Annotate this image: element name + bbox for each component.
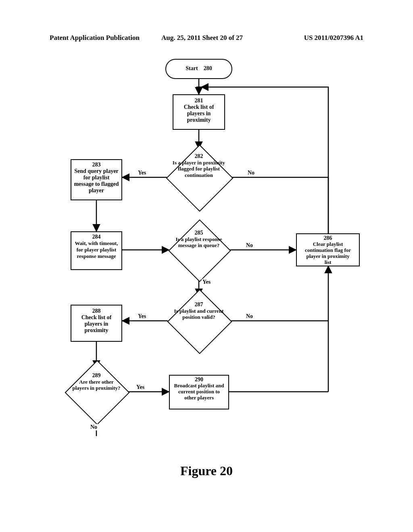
node-287-num: 287 xyxy=(195,301,203,308)
node-286-num: 286 xyxy=(304,235,352,241)
node-284-text: Wait, with timeout, for player playlist … xyxy=(75,240,118,259)
node-281: 281 Check list of players in proximity xyxy=(173,94,225,130)
label-289-no: No xyxy=(90,424,98,430)
node-288-text: Check list of players in proximity xyxy=(81,314,112,333)
node-283-num: 283 xyxy=(73,162,120,168)
header-left: Patent Application Publication xyxy=(50,34,140,42)
node-286-text: Clear playlist continuation flag for pla… xyxy=(305,241,351,265)
label-287-no: No xyxy=(245,313,254,320)
page: Patent Application Publication Aug. 25, … xyxy=(0,0,413,532)
node-288: 288 Check list of players in proximity xyxy=(71,305,122,342)
node-280-text: Start xyxy=(186,65,198,71)
node-281-text: Check list of players in proximity xyxy=(184,104,214,123)
node-285-num: 285 xyxy=(195,230,203,236)
node-290-num: 290 xyxy=(174,376,224,383)
node-283: 283 Send query player for playlist messa… xyxy=(71,159,122,200)
node-290-text: Broadcast playlist and current position … xyxy=(174,382,224,401)
node-284-num: 284 xyxy=(73,234,120,240)
node-286: 286 Clear playlist continuation flag for… xyxy=(296,233,360,266)
node-290: 290 Broadcast playlist and current posit… xyxy=(169,375,229,409)
node-start-280: Start 280 xyxy=(165,59,232,79)
page-header: Patent Application Publication Aug. 25, … xyxy=(0,34,413,43)
label-289-yes: Yes xyxy=(136,384,145,391)
node-280-num: 280 xyxy=(204,65,212,71)
label-287-yes: Yes xyxy=(137,313,147,320)
node-288-num: 288 xyxy=(75,308,118,314)
header-right: US 2011/0207396 A1 xyxy=(304,34,363,42)
figure-title: Figure 20 xyxy=(0,463,413,478)
node-284: 284 Wait, with timeout, for player playl… xyxy=(71,231,122,270)
label-282-yes: Yes xyxy=(137,170,147,176)
node-281-num: 281 xyxy=(176,98,222,104)
node-282-text: Is a player in proximity flagged for pla… xyxy=(173,160,225,178)
label-282-no: No xyxy=(247,170,255,176)
node-285-text: Is a playlist response message in queue? xyxy=(176,236,222,249)
node-287-text: Is playlist and current position valid? xyxy=(174,308,224,320)
node-289-num: 289 xyxy=(92,372,101,378)
label-285-yes: Yes xyxy=(202,279,211,285)
node-289-text: Are there other players in proximity? xyxy=(73,379,121,391)
node-283-text: Send query player for playlist message t… xyxy=(74,168,119,193)
label-285-no: No xyxy=(245,242,254,249)
node-282-num: 282 xyxy=(195,153,203,159)
header-center: Aug. 25, 2011 Sheet 20 of 27 xyxy=(161,34,243,42)
